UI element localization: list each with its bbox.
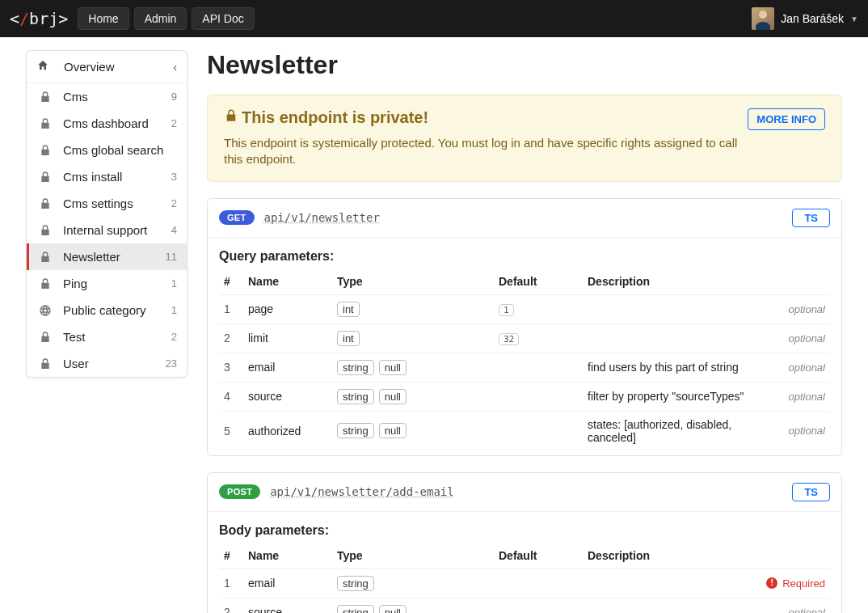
lock-icon	[39, 197, 52, 210]
type-chip: int	[337, 331, 360, 346]
sidebar-item-public-category[interactable]: Public category1	[27, 297, 187, 323]
sidebar-item-label: Cms	[63, 90, 168, 104]
sidebar-item-cms[interactable]: Cms9	[27, 83, 187, 110]
params-table: #NameTypeDefaultDescription1emailstringR…	[219, 543, 830, 614]
topbar: </brj> Home Admin API Doc Jan Barášek ▼	[0, 0, 868, 37]
lock-icon	[224, 108, 238, 127]
sidebar-overview-label: Overview	[64, 60, 173, 74]
sidebar-item-label: Newsletter	[63, 250, 162, 264]
more-info-button[interactable]: MORE INFO	[748, 108, 825, 130]
sidebar-item-count: 4	[171, 224, 177, 236]
method-badge: GET	[219, 210, 255, 225]
type-chip: string	[337, 389, 374, 404]
home-icon	[36, 59, 53, 74]
sidebar-item-cms-settings[interactable]: Cms settings2	[27, 190, 187, 217]
sidebar-item-label: Cms install	[63, 170, 168, 184]
sidebar-item-count: 3	[171, 171, 177, 183]
nav-apidoc[interactable]: API Doc	[192, 7, 254, 30]
required-flag: Required	[754, 577, 825, 590]
optional-flag: optional	[754, 303, 825, 315]
sidebar-item-label: Internal support	[63, 223, 168, 237]
lock-icon	[39, 357, 52, 370]
sidebar-item-count: 2	[171, 117, 177, 129]
param-row: 2limitint32optional	[219, 323, 830, 353]
type-chip: null	[379, 423, 407, 438]
alert-icon	[766, 577, 777, 589]
endpoint-path[interactable]: api/v1/newsletter	[264, 211, 380, 224]
col-header: #	[219, 543, 243, 569]
type-chip: null	[379, 389, 407, 404]
optional-flag: optional	[754, 361, 825, 374]
type-chip: string	[337, 423, 374, 438]
page-title: Newsletter	[207, 50, 842, 80]
type-chip: string	[337, 360, 374, 375]
nav-admin[interactable]: Admin	[134, 7, 188, 30]
ts-button[interactable]: TS	[792, 209, 830, 227]
lock-icon	[39, 224, 52, 237]
default-chip: 1	[499, 304, 514, 316]
optional-flag: optional	[754, 607, 825, 614]
params-table: #NameTypeDefaultDescription1pageint1opti…	[219, 268, 830, 450]
sidebar-item-count: 1	[171, 277, 177, 290]
sidebar-header[interactable]: Overview ‹	[27, 51, 187, 83]
sidebar-item-label: User	[63, 357, 162, 370]
param-row: 1pageint1optional	[219, 294, 830, 323]
globe-icon	[39, 304, 52, 317]
sidebar-item-cms-dashboard[interactable]: Cms dashboard2	[27, 110, 187, 137]
sidebar-item-count: 9	[171, 91, 177, 103]
sidebar-item-label: Cms settings	[63, 197, 168, 210]
col-header	[749, 268, 830, 295]
sidebar-item-user[interactable]: User23	[27, 350, 187, 377]
sidebar-item-count: 23	[166, 357, 177, 370]
sidebar-item-count: 1	[171, 304, 177, 316]
sidebar-item-cms-install[interactable]: Cms install3	[27, 163, 187, 190]
sidebar-item-label: Cms global search	[63, 143, 177, 157]
default-chip: 32	[499, 333, 519, 345]
param-row: 4sourcestring nullfilter by property "so…	[219, 382, 830, 411]
sidebar-item-label: Test	[63, 330, 168, 344]
lock-icon	[39, 277, 52, 290]
user-name: Jan Barášek	[781, 12, 844, 25]
col-header: Default	[494, 543, 583, 569]
nav-home[interactable]: Home	[78, 7, 129, 30]
sidebar-item-newsletter[interactable]: Newsletter11	[27, 243, 187, 270]
col-header	[749, 543, 830, 569]
sidebar-item-label: Ping	[63, 277, 168, 290]
sidebar-item-test[interactable]: Test2	[27, 323, 187, 350]
sidebar-item-internal-support[interactable]: Internal support4	[27, 217, 187, 243]
col-header: Description	[583, 268, 749, 295]
col-header: Description	[583, 543, 749, 569]
user-menu[interactable]: Jan Barášek ▼	[752, 7, 858, 30]
col-header: Type	[332, 268, 494, 295]
sidebar-item-label: Cms dashboard	[63, 116, 168, 130]
type-chip: string	[337, 576, 374, 591]
endpoint-card: GETapi/v1/newsletterTSQuery parameters:#…	[207, 198, 842, 456]
main: Newsletter This endpoint is private! Thi…	[207, 50, 842, 613]
param-row: 5authorizedstring nullstates: [authorize…	[219, 411, 830, 450]
alert-title: This endpoint is private!	[242, 108, 428, 127]
param-row: 2sourcestring nulloptional	[219, 598, 830, 613]
sidebar-item-ping[interactable]: Ping1	[27, 270, 187, 297]
sidebar-item-count: 11	[166, 251, 177, 263]
optional-flag: optional	[754, 391, 825, 403]
ts-button[interactable]: TS	[792, 483, 830, 501]
method-badge: POST	[219, 484, 260, 499]
lock-icon	[39, 251, 52, 264]
col-header: Default	[494, 268, 583, 295]
type-chip: string	[337, 605, 374, 614]
col-header: Name	[243, 543, 332, 569]
sidebar-item-count: 2	[171, 197, 177, 209]
lock-icon	[39, 91, 52, 104]
col-header: Name	[243, 268, 332, 295]
lock-icon	[39, 171, 52, 184]
params-section-title: Body parameters:	[219, 523, 830, 538]
sidebar-item-cms-global-search[interactable]: Cms global search	[27, 137, 187, 163]
endpoint-path[interactable]: api/v1/newsletter/add-email	[270, 485, 454, 498]
alert-text: This endpoint is systemically protected.…	[224, 135, 738, 168]
col-header: #	[219, 268, 243, 295]
lock-icon	[39, 117, 52, 130]
optional-flag: optional	[754, 425, 825, 437]
param-row: 1emailstringRequired	[219, 569, 830, 598]
sidebar-item-count: 2	[171, 331, 177, 343]
lock-icon	[39, 331, 52, 344]
